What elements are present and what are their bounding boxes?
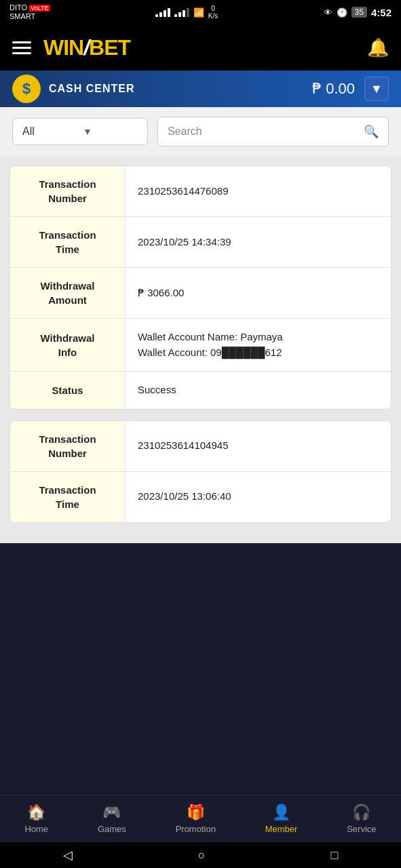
tx-row-info-1: WithdrawalInfo Wallet Account Name: Paym… bbox=[10, 319, 391, 372]
select-chevron-icon: ▼ bbox=[83, 126, 138, 137]
back-button[interactable]: ◁ bbox=[50, 845, 86, 865]
tx-label-info-1: WithdrawalInfo bbox=[10, 319, 126, 371]
category-value: All bbox=[22, 125, 77, 138]
home-button[interactable]: ○ bbox=[185, 846, 219, 865]
time: 4:52 bbox=[371, 7, 392, 18]
tx-value-time-1: 2023/10/25 14:34:39 bbox=[126, 217, 391, 267]
tx-row-time-1: TransactionTime 2023/10/25 14:34:39 bbox=[10, 217, 391, 268]
tx-value-time-2: 2023/10/25 13:06:40 bbox=[126, 472, 391, 522]
battery: 35 bbox=[351, 7, 367, 18]
logo-slash: / bbox=[83, 35, 89, 60]
menu-button[interactable] bbox=[12, 41, 31, 54]
nav-service-label: Service bbox=[347, 824, 376, 834]
nav-games-label: Games bbox=[98, 824, 126, 834]
logo: WIN/BET bbox=[43, 35, 130, 60]
promotion-icon: 🎁 bbox=[187, 804, 205, 821]
tx-value-status-1: Success bbox=[126, 372, 391, 409]
games-icon: 🎮 bbox=[102, 804, 121, 821]
service-icon: 🎧 bbox=[352, 804, 370, 821]
carrier2: SMART bbox=[9, 12, 50, 21]
member-icon: 👤 bbox=[272, 804, 290, 821]
transaction-card-1: TransactionNumber 2310253614476089 Trans… bbox=[9, 165, 392, 410]
system-nav: ◁ ○ □ bbox=[0, 842, 401, 868]
tx-label-amount-1: WithdrawalAmount bbox=[10, 268, 126, 318]
recents-button[interactable]: □ bbox=[318, 846, 352, 865]
tx-label-status-1: Status bbox=[10, 372, 126, 409]
status-bar: DITO VoLTE SMART 📶 0 K/s 👁 🕐 35 4:52 bbox=[0, 0, 401, 24]
main-content: TransactionNumber 2310253614476089 Trans… bbox=[0, 156, 401, 543]
nav-promotion[interactable]: 🎁 Promotion bbox=[169, 800, 223, 838]
bottom-nav: 🏠 Home 🎮 Games 🎁 Promotion 👤 Member 🎧 Se… bbox=[0, 795, 401, 842]
filter-row: All ▼ Search 🔍 bbox=[0, 107, 401, 156]
tx-row-number-1: TransactionNumber 2310253614476089 bbox=[10, 166, 391, 217]
carrier-info: DITO VoLTE SMART bbox=[9, 3, 50, 21]
tx-row-status-1: Status Success bbox=[10, 372, 391, 409]
signal-bars-1 bbox=[155, 8, 170, 17]
transaction-card-2: TransactionNumber 2310253614104945 Trans… bbox=[9, 420, 392, 523]
header: WIN/BET 🔔 bbox=[0, 24, 401, 71]
cash-icon: $ bbox=[12, 75, 41, 103]
tx-label-time-1: TransactionTime bbox=[10, 217, 126, 267]
cash-amount: ₱ 0.00 bbox=[312, 80, 355, 98]
tx-value-number-1: 2310253614476089 bbox=[126, 166, 391, 216]
tx-row-time-2: TransactionTime 2023/10/25 13:06:40 bbox=[10, 472, 391, 522]
wallet-name: Wallet Account Name: Paymaya bbox=[138, 330, 283, 345]
nav-home[interactable]: 🏠 Home bbox=[18, 800, 55, 838]
nav-service[interactable]: 🎧 Service bbox=[340, 800, 383, 838]
cash-dropdown-button[interactable]: ▼ bbox=[364, 77, 389, 101]
header-left: WIN/BET bbox=[12, 35, 130, 60]
tx-row-number-2: TransactionNumber 2310253614104945 bbox=[10, 421, 391, 472]
home-icon: 🏠 bbox=[27, 804, 45, 821]
tx-label-number-2: TransactionNumber bbox=[10, 421, 126, 471]
notification-button[interactable]: 🔔 bbox=[367, 37, 389, 58]
nav-promotion-label: Promotion bbox=[176, 824, 216, 834]
eye-icon: 👁 bbox=[324, 7, 332, 18]
data-speed: 0 K/s bbox=[208, 5, 218, 20]
cash-center-title: CASH CENTER bbox=[49, 83, 312, 95]
nav-member[interactable]: 👤 Member bbox=[259, 800, 305, 838]
logo-bet: BET bbox=[89, 35, 130, 60]
nav-member-label: Member bbox=[265, 824, 298, 834]
logo-win: WIN bbox=[43, 35, 83, 60]
tx-label-number-1: TransactionNumber bbox=[10, 166, 126, 216]
clock-icon: 🕐 bbox=[337, 7, 347, 18]
signal-area: 📶 0 K/s bbox=[155, 5, 218, 20]
wallet-account: Wallet Account: 09██████612 bbox=[138, 345, 282, 361]
category-select[interactable]: All ▼ bbox=[12, 118, 148, 145]
tx-value-amount-1: ₱ 3066.00 bbox=[126, 268, 391, 318]
cash-center-bar: $ CASH CENTER ₱ 0.00 ▼ bbox=[0, 71, 401, 107]
status-right: 👁 🕐 35 4:52 bbox=[324, 7, 392, 18]
tx-row-amount-1: WithdrawalAmount ₱ 3066.00 bbox=[10, 268, 391, 319]
search-icon: 🔍 bbox=[364, 124, 379, 139]
wifi-icon: 📶 bbox=[193, 7, 204, 18]
tx-value-number-2: 2310253614104945 bbox=[126, 421, 391, 471]
nav-games[interactable]: 🎮 Games bbox=[91, 800, 133, 838]
signal-bars-2 bbox=[174, 8, 189, 17]
search-box[interactable]: Search 🔍 bbox=[157, 117, 389, 146]
tx-value-info-1: Wallet Account Name: Paymaya Wallet Acco… bbox=[126, 319, 391, 371]
tx-label-time-2: TransactionTime bbox=[10, 472, 126, 522]
search-label: Search bbox=[168, 125, 358, 138]
nav-home-label: Home bbox=[24, 824, 48, 834]
chevron-down-icon: ▼ bbox=[370, 82, 383, 96]
carrier1: DITO VoLTE bbox=[9, 3, 50, 12]
